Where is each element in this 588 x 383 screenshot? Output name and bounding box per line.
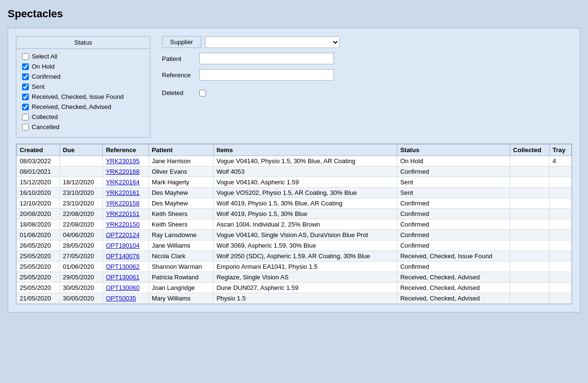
checkbox-select-all[interactable] xyxy=(22,53,29,60)
table-row[interactable]: 20/08/2020 22/08/2020 YRK220151 Keith Sh… xyxy=(17,209,572,219)
cell-due: 22/08/2020 xyxy=(60,219,103,230)
cell-status: Sent xyxy=(397,188,510,198)
cell-collected xyxy=(510,240,550,251)
cell-reference[interactable]: YRK220150 xyxy=(103,219,149,230)
table-row[interactable]: 25/05/2020 27/05/2020 OPT140076 Nicola C… xyxy=(17,251,572,262)
cell-created: 16/10/2020 xyxy=(17,188,60,198)
cell-patient: Patricia Rowland xyxy=(148,272,213,283)
cell-due xyxy=(60,167,103,177)
cell-reference[interactable]: YRK220161 xyxy=(103,188,149,198)
col-created: Created xyxy=(17,144,60,156)
table-row[interactable]: 25/05/2020 30/05/2020 OPT130060 Joan Lan… xyxy=(17,283,572,293)
main-container: Status Select All On Hold Confirmed Sent xyxy=(8,28,580,312)
reference-link[interactable]: YRK220161 xyxy=(106,189,139,196)
reference-link[interactable]: YRK220158 xyxy=(106,200,139,207)
cell-collected xyxy=(510,230,550,240)
cell-collected xyxy=(510,167,550,177)
cell-collected xyxy=(510,283,550,293)
cell-items: Emporio Armani EA1041, Physio 1.5 xyxy=(213,262,397,272)
reference-link[interactable]: OPT220124 xyxy=(106,231,139,239)
checkbox-sent[interactable] xyxy=(22,84,29,90)
reference-link[interactable]: YRK220150 xyxy=(106,221,139,228)
table-row[interactable]: 25/05/2020 01/06/2020 OPT130062 Shannon … xyxy=(17,262,572,272)
reference-link[interactable]: YRK230195 xyxy=(106,157,139,165)
checkbox-deleted[interactable] xyxy=(199,90,206,96)
reference-input[interactable] xyxy=(199,69,334,81)
table-row[interactable]: 18/08/2020 22/08/2020 YRK220150 Keith Sh… xyxy=(17,219,572,230)
checkbox-received-issue[interactable] xyxy=(22,94,29,100)
cell-status: Confirmed xyxy=(397,209,510,219)
cell-tray xyxy=(550,209,572,219)
cell-collected xyxy=(510,262,550,272)
cell-reference[interactable]: OPT220124 xyxy=(103,230,149,240)
cell-due: 04/06/2020 xyxy=(60,230,103,240)
cell-tray xyxy=(550,283,572,293)
cell-reference[interactable]: YRK220151 xyxy=(103,209,149,219)
table-row[interactable]: 15/12/2020 18/12/2020 YRK220164 Mark Hag… xyxy=(17,177,572,188)
cell-status: Received, Checked, Advised xyxy=(397,283,510,293)
reference-link[interactable]: OPT130060 xyxy=(106,284,139,291)
checkbox-collected-label[interactable]: Collected xyxy=(32,113,58,120)
table-row[interactable]: 12/10/2020 23/10/2020 YRK220158 Des Mayh… xyxy=(17,198,572,209)
reference-link[interactable]: YRK220151 xyxy=(106,210,139,217)
cell-created: 25/05/2020 xyxy=(17,251,60,262)
reference-link[interactable]: OPT130061 xyxy=(106,274,139,281)
cell-items: Wolf 4053 xyxy=(213,167,397,177)
cell-reference[interactable]: OPT50035 xyxy=(103,293,149,304)
checkbox-on-hold[interactable] xyxy=(22,63,29,70)
table-row[interactable]: 08/03/2022 YRK230195 Jane Harrison Vogue… xyxy=(17,156,572,167)
col-due: Due xyxy=(60,144,103,156)
cell-items: Wolf 4019, Physio 1.5, 30% Blue xyxy=(213,209,397,219)
patient-input[interactable] xyxy=(199,53,334,64)
checkbox-received-advised[interactable] xyxy=(22,104,29,110)
reference-link[interactable]: OPT50035 xyxy=(106,295,136,302)
cell-reference[interactable]: YRK220164 xyxy=(103,177,149,188)
checkbox-confirmed-label[interactable]: Confirmed xyxy=(32,73,61,80)
cell-collected xyxy=(510,156,550,167)
checkbox-row-on-hold: On Hold xyxy=(22,63,144,70)
reference-link[interactable]: OPT180104 xyxy=(106,242,139,249)
cell-patient: Ray Lansdowne xyxy=(148,230,213,240)
checkbox-on-hold-label[interactable]: On Hold xyxy=(32,63,55,70)
cell-tray xyxy=(550,177,572,188)
cell-reference[interactable]: OPT180104 xyxy=(103,240,149,251)
cell-reference[interactable]: YRK220158 xyxy=(103,198,149,209)
cell-tray xyxy=(550,240,572,251)
cell-reference[interactable]: OPT140076 xyxy=(103,251,149,262)
col-reference: Reference xyxy=(103,144,149,156)
cell-created: 25/05/2020 xyxy=(17,272,60,283)
table-row[interactable]: 21/05/2020 30/05/2020 OPT50035 Mary Will… xyxy=(17,293,572,304)
checkbox-row-sent: Sent xyxy=(22,83,144,90)
cell-tray xyxy=(550,230,572,240)
supplier-select[interactable] xyxy=(205,36,340,48)
checkbox-confirmed[interactable] xyxy=(22,73,29,80)
cell-due: 22/08/2020 xyxy=(60,209,103,219)
checkbox-select-all-label[interactable]: Select All xyxy=(32,53,57,60)
cell-due xyxy=(60,156,103,167)
table-row[interactable]: 08/01/2021 YRK220168 Oliver Evans Wolf 4… xyxy=(17,167,572,177)
checkbox-cancelled-label[interactable]: Cancelled xyxy=(32,123,60,131)
cell-reference[interactable]: OPT130060 xyxy=(103,283,149,293)
cell-reference[interactable]: YRK230195 xyxy=(103,156,149,167)
checkbox-sent-label[interactable]: Sent xyxy=(32,83,45,90)
checkbox-received-issue-label[interactable]: Received, Checked, Issue Found xyxy=(32,93,124,100)
table-row[interactable]: 26/05/2020 28/05/2020 OPT180104 Jane Wil… xyxy=(17,240,572,251)
table-row[interactable]: 25/05/2020 29/05/2020 OPT130061 Patricia… xyxy=(17,272,572,283)
cell-reference[interactable]: OPT130062 xyxy=(103,262,149,272)
checkbox-cancelled[interactable] xyxy=(22,124,29,131)
reference-link[interactable]: YRK220168 xyxy=(106,168,139,175)
checkbox-collected[interactable] xyxy=(22,114,29,120)
cell-reference[interactable]: OPT130061 xyxy=(103,272,149,283)
col-status: Status xyxy=(397,144,510,156)
supplier-button[interactable]: Supplier xyxy=(162,36,201,48)
table-row[interactable]: 16/10/2020 23/10/2020 YRK220161 Des Mayh… xyxy=(17,188,572,198)
cell-reference[interactable]: YRK220168 xyxy=(103,167,149,177)
checkbox-row-cancelled: Cancelled xyxy=(22,123,144,131)
reference-link[interactable]: OPT130062 xyxy=(106,263,139,270)
checkbox-received-advised-label[interactable]: Received, Checked, Advised xyxy=(32,103,111,110)
reference-link[interactable]: OPT140076 xyxy=(106,252,139,260)
cell-status: Received, Checked, Issue Found xyxy=(397,251,510,262)
reference-link[interactable]: YRK220164 xyxy=(106,179,139,186)
table-row[interactable]: 01/06/2020 04/06/2020 OPT220124 Ray Lans… xyxy=(17,230,572,240)
cell-items: Reglaze, Single Vision AS xyxy=(213,272,397,283)
